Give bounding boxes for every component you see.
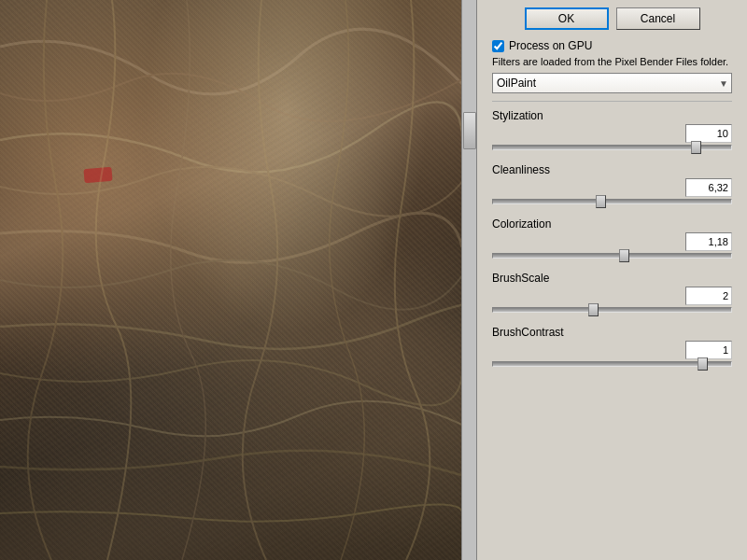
brushcontrast-thumb[interactable] [698,357,708,371]
gpu-checkbox-row: Process on GPU [477,37,747,54]
filter-select-wrapper[interactable]: OilPaint Watercolor Sketch ▼ [492,73,732,93]
scroll-thumb[interactable] [463,112,476,149]
colorization-section: Colorization 1,18 [477,214,747,268]
stylization-label: Stylization [492,109,732,122]
filter-select-row: OilPaint Watercolor Sketch ▼ [477,73,747,101]
brushscale-thumb[interactable] [588,303,599,316]
stylization-value[interactable]: 10 [685,124,732,143]
button-row: OK Cancel [477,0,747,37]
gpu-checkbox[interactable] [492,40,504,52]
cleanliness-value[interactable]: 6,32 [685,178,732,197]
stylization-slider[interactable] [492,145,732,150]
cleanliness-label: Cleanliness [492,163,732,176]
stylization-section: Stylization 10 [477,105,747,160]
brushcontrast-section: BrushContrast 1 [477,322,747,376]
colorization-value-row: 1,18 [492,232,732,251]
brushscale-section: BrushScale 2 [477,268,747,322]
colorization-slider[interactable] [492,253,732,259]
brushcontrast-slider[interactable] [492,361,732,367]
ok-button[interactable]: OK [525,7,609,30]
divider-1 [492,101,732,102]
filter-select[interactable]: OilPaint Watercolor Sketch [492,73,732,93]
cleanliness-value-row: 6,32 [492,178,732,197]
stylization-value-row: 10 [492,124,732,143]
cleanliness-thumb[interactable] [596,195,606,208]
gpu-label: Process on GPU [509,39,592,52]
stylization-thumb[interactable] [691,141,701,154]
image-preview [0,0,476,560]
brushscale-label: BrushScale [492,272,732,285]
brushscale-value-row: 2 [492,287,732,305]
cleanliness-slider[interactable] [492,199,732,204]
cancel-button[interactable]: Cancel [616,7,700,30]
colorization-label: Colorization [492,217,732,231]
oil-paint-image [0,0,476,560]
brushscale-slider[interactable] [492,307,732,313]
colorization-value[interactable]: 1,18 [685,232,732,251]
scrollbar[interactable] [461,0,476,560]
controls-panel: OK Cancel Process on GPU Filters are loa… [476,0,747,560]
brushscale-value[interactable]: 2 [685,287,732,305]
brushcontrast-label: BrushContrast [492,326,732,339]
brushcontrast-value[interactable]: 1 [685,341,732,359]
info-text: Filters are loaded from the Pixel Bender… [477,54,747,73]
brushcontrast-value-row: 1 [492,341,732,359]
colorization-thumb[interactable] [619,249,629,262]
cleanliness-section: Cleanliness 6,32 [477,160,747,214]
